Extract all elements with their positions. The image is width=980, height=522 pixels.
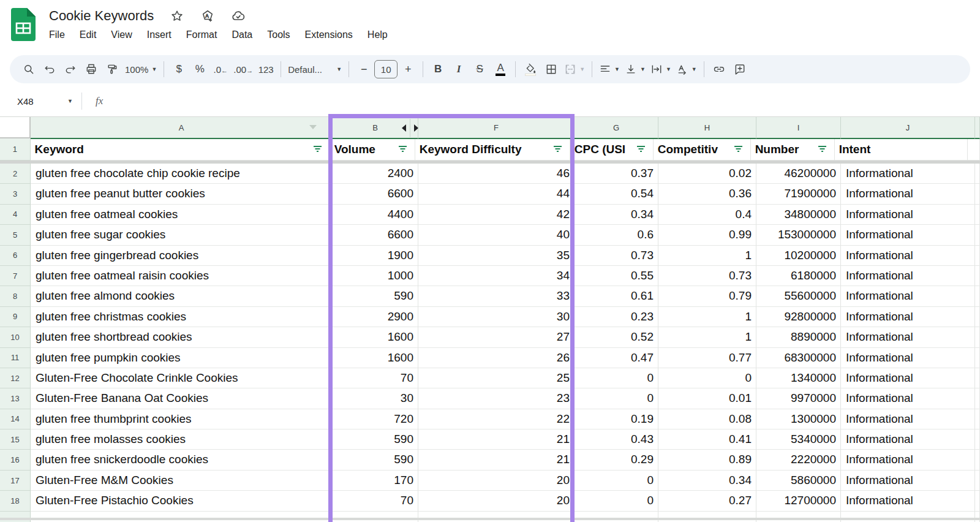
cell-volume-row9[interactable]: 2900 [333, 307, 418, 327]
menu-edit[interactable]: Edit [72, 27, 104, 43]
cell-empty[interactable] [333, 512, 418, 522]
unhide-left-icon[interactable] [402, 124, 406, 132]
cell-competition-row4[interactable]: 0.4 [658, 205, 756, 225]
row-number-9[interactable]: 9 [0, 307, 31, 327]
row-number-10[interactable]: 10 [0, 327, 31, 347]
filter-icon[interactable] [311, 143, 322, 156]
cell-empty[interactable] [31, 512, 333, 522]
header-cell-competitiv[interactable]: Competitiv [654, 138, 751, 161]
font-size-input[interactable]: 10 [374, 60, 398, 78]
column-header-F[interactable]: F [418, 117, 575, 139]
cell-intent-row16[interactable]: Informational [841, 450, 975, 470]
cell-empty[interactable] [756, 512, 841, 522]
cell-volume-row6[interactable]: 1900 [333, 246, 418, 266]
cell-kd-row17[interactable]: 20 [418, 471, 575, 491]
cell-keyword-row5[interactable]: gluten free sugar cookies [31, 225, 333, 245]
cell-cpc-row10[interactable]: 0.52 [575, 327, 658, 347]
text-rotation-button[interactable]: ▼ [674, 59, 699, 80]
insert-link-icon[interactable] [709, 59, 729, 80]
cell-competition-row18[interactable]: 0.27 [658, 491, 756, 511]
cell-cpc-row8[interactable]: 0.61 [575, 286, 658, 306]
row-number-7[interactable]: 7 [0, 266, 31, 286]
row-number-3[interactable]: 3 [0, 184, 31, 204]
menu-extensions[interactable]: Extensions [298, 27, 360, 43]
cell-volume-row17[interactable]: 170 [333, 471, 418, 491]
row-number-15[interactable]: 15 [0, 429, 31, 450]
header-cell-keyword[interactable]: Keyword [31, 138, 330, 161]
cell-number-row7[interactable]: 6180000 [756, 266, 841, 286]
cell-intent-row2[interactable]: Informational [841, 164, 975, 184]
cell-intent-row5[interactable]: Informational [841, 225, 975, 245]
cell-number-row8[interactable]: 55600000 [756, 286, 841, 306]
format-percent-button[interactable]: % [189, 59, 210, 80]
increase-font-size-button[interactable]: + [398, 59, 418, 80]
zoom-select[interactable]: 100%▼ [123, 59, 159, 80]
cell-volume-row10[interactable]: 1600 [333, 327, 418, 347]
cell-number-row16[interactable]: 2220000 [756, 450, 841, 470]
sheets-logo-icon[interactable] [11, 8, 36, 41]
document-title[interactable]: Cookie Keywords [49, 8, 154, 24]
header-cell-cpc-usi[interactable]: CPC (USI [570, 138, 654, 161]
menu-format[interactable]: Format [179, 27, 225, 43]
cell-competition-row12[interactable]: 0 [658, 368, 756, 388]
cell-intent-row14[interactable]: Informational [841, 409, 975, 429]
cell-volume-row16[interactable]: 590 [333, 450, 418, 470]
cell-intent-row3[interactable]: Informational [841, 184, 975, 204]
filter-icon[interactable] [815, 143, 827, 156]
cell-competition-row14[interactable]: 0.08 [658, 409, 756, 429]
cell-competition-row5[interactable]: 0.99 [658, 225, 756, 245]
merge-cells-button[interactable]: ▼ [562, 59, 587, 80]
cell-keyword-row11[interactable]: gluten free pumpkin cookies [31, 348, 333, 368]
cell-competition-row13[interactable]: 0.01 [658, 388, 756, 409]
cell-cpc-row13[interactable]: 0 [575, 388, 658, 409]
cell-cpc-row2[interactable]: 0.37 [575, 164, 658, 184]
cell-keyword-row6[interactable]: gluten free gingerbread cookies [31, 246, 333, 266]
redo-icon[interactable] [60, 59, 81, 80]
text-wrap-button[interactable]: ▼ [648, 59, 674, 80]
cell-kd-row10[interactable]: 27 [418, 327, 575, 347]
cell-empty[interactable] [418, 512, 575, 522]
cell-competition-row10[interactable]: 1 [658, 327, 756, 347]
cell-kd-row6[interactable]: 35 [418, 246, 575, 266]
decrease-decimal-button[interactable]: .0← [210, 59, 231, 80]
cell-kd-row16[interactable]: 21 [418, 450, 575, 470]
star-icon[interactable] [170, 9, 184, 23]
fx-icon[interactable]: fx [96, 95, 103, 107]
cell-number-row15[interactable]: 5340000 [756, 429, 841, 450]
row-number-14[interactable]: 14 [0, 409, 31, 429]
fill-color-button[interactable] [520, 59, 541, 80]
cell-intent-row6[interactable]: Informational [841, 246, 975, 266]
row-number-2[interactable]: 2 [0, 164, 31, 184]
cell-number-row13[interactable]: 9970000 [756, 388, 841, 409]
cell-volume-row5[interactable]: 6600 [333, 225, 418, 245]
document-status-cloud-icon[interactable] [231, 9, 246, 23]
cell-kd-row9[interactable]: 30 [418, 307, 575, 327]
cell-number-row10[interactable]: 8890000 [756, 327, 841, 347]
cell-keyword-row15[interactable]: gluten free molasses cookies [31, 429, 333, 450]
cell-volume-row2[interactable]: 2400 [333, 164, 418, 184]
cell-kd-row5[interactable]: 40 [418, 225, 575, 245]
format-currency-button[interactable]: $ [168, 59, 189, 80]
cell-intent-row9[interactable]: Informational [841, 307, 975, 327]
cell-volume-row4[interactable]: 4400 [333, 205, 418, 225]
print-icon[interactable] [81, 59, 102, 80]
vertical-align-button[interactable]: ▼ [622, 59, 648, 80]
cell-number-row11[interactable]: 68300000 [756, 348, 841, 368]
cell-keyword-row12[interactable]: Gluten-Free Chocolate Crinkle Cookies [31, 368, 333, 388]
menu-tools[interactable]: Tools [260, 27, 297, 43]
cell-competition-row6[interactable]: 1 [658, 246, 756, 266]
strikethrough-button[interactable]: S [469, 59, 490, 80]
header-cell-volume[interactable]: Volume [330, 138, 415, 161]
row-number-19[interactable] [0, 512, 31, 522]
cell-kd-row13[interactable]: 23 [418, 388, 575, 409]
text-color-button[interactable]: A [490, 59, 511, 80]
cell-volume-row15[interactable]: 590 [333, 429, 418, 450]
cell-number-row3[interactable]: 71900000 [756, 184, 841, 204]
search-icon[interactable] [18, 59, 39, 80]
menu-insert[interactable]: Insert [140, 27, 179, 43]
cell-intent-row12[interactable]: Informational [841, 368, 975, 388]
cell-number-row18[interactable]: 12700000 [756, 491, 841, 511]
font-select[interactable]: Defaul...▼ [285, 59, 344, 80]
cell-volume-row11[interactable]: 1600 [333, 348, 418, 368]
cell-number-row2[interactable]: 46200000 [756, 164, 841, 184]
